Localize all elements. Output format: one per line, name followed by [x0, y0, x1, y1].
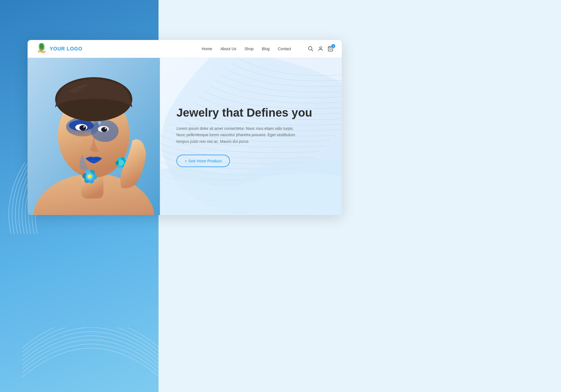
- svg-point-2: [40, 44, 43, 49]
- cart-badge: 1: [331, 44, 335, 48]
- svg-point-5: [320, 47, 321, 49]
- user-icon[interactable]: [318, 46, 324, 52]
- cart-icon[interactable]: 1: [328, 46, 334, 52]
- svg-point-17: [83, 126, 85, 128]
- logo-text: YOUR LOGO: [50, 46, 82, 52]
- bottom-arc-decoration: [22, 327, 160, 378]
- nav-home[interactable]: Home: [202, 47, 212, 51]
- see-more-button[interactable]: + See more Product: [176, 155, 230, 167]
- nav-links: Home About Us Shop Blog Contact: [202, 47, 291, 51]
- hero-description: Lorem ipsum dolor sit amet consectetur. …: [176, 125, 300, 145]
- logo-area[interactable]: YOUR LOGO: [36, 43, 82, 55]
- nav-about[interactable]: About Us: [220, 47, 236, 51]
- nav-blog[interactable]: Blog: [262, 47, 270, 51]
- hero-text-content: Jewelry that Defines you Lorem ipsum dol…: [176, 106, 325, 167]
- hero-image-area: [28, 58, 160, 215]
- search-icon[interactable]: [308, 46, 314, 52]
- svg-point-15: [79, 125, 86, 131]
- svg-point-3: [308, 47, 312, 50]
- svg-point-18: [105, 128, 106, 129]
- hero-title: Jewelry that Defines you: [176, 106, 325, 120]
- nav-contact[interactable]: Contact: [278, 47, 291, 51]
- logo-icon: [36, 43, 47, 55]
- navbar: YOUR LOGO Home About Us Shop Blog Contac…: [28, 40, 342, 58]
- nav-icons: 1: [308, 46, 334, 52]
- hero-section: Jewelry that Defines you Lorem ipsum dol…: [28, 58, 342, 215]
- hero-content: Jewelry that Defines you Lorem ipsum dol…: [160, 58, 342, 215]
- nav-shop[interactable]: Shop: [245, 47, 254, 51]
- svg-point-16: [101, 127, 107, 132]
- website-card: YOUR LOGO Home About Us Shop Blog Contac…: [28, 40, 342, 215]
- svg-line-4: [312, 50, 313, 51]
